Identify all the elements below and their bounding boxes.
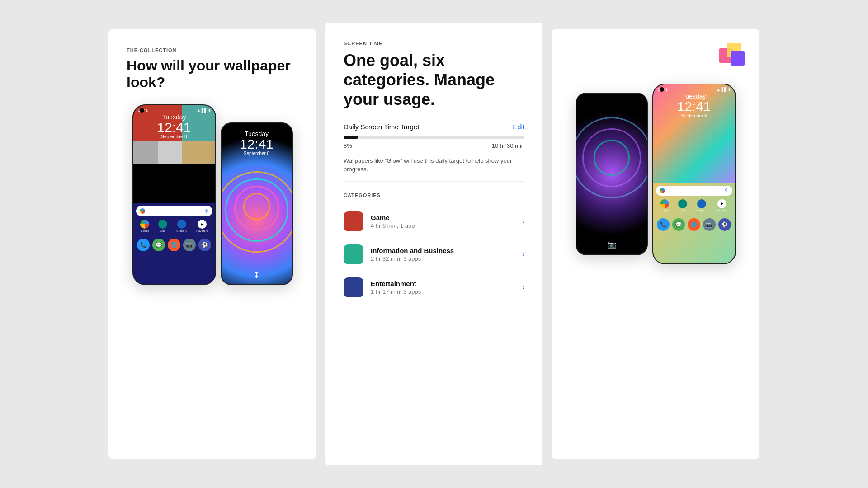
swirl-wallpaper-left: Tuesday 12:41 September 8 🎙 (222, 123, 292, 284)
daily-target-label: Daily Screen Time Target (344, 123, 419, 131)
info-icon (344, 244, 363, 264)
app-row-right: Google Duo Google A. ▶ (656, 199, 732, 212)
status-icons-left: ▲ ▌▌ ▮ (197, 108, 211, 113)
left-phone-screen: 12:41 ▲ ▌▌ ▮ (133, 105, 215, 284)
left-panel: THE COLLECTION How will your wallpaper l… (108, 29, 316, 459)
center-panel-title: One goal, six categories. Manage your us… (344, 51, 524, 109)
app-google: Google (140, 220, 149, 232)
mondrian-bottom-left (133, 141, 183, 164)
swirl-dark-ring-3 (594, 140, 630, 176)
game-text: Game 4 hr 6 min, 1 app (371, 214, 515, 229)
app-duo-right: Duo (678, 199, 687, 212)
signal-icon: ▌▌ (202, 108, 208, 113)
right-phone-dark: 📷 (576, 93, 648, 255)
home-bottom-left: 🎙 Google Duo (133, 203, 215, 284)
app-googlea-right: Google A. (696, 199, 707, 212)
info-name: Information and Business (371, 247, 515, 254)
dock-left: 📞 💬 🌐 📷 ⚽ (136, 239, 212, 251)
dock-chrome-right: 🌐 (688, 218, 700, 231)
game-detail: 4 hr 6 min, 1 app (371, 222, 515, 229)
mondrian-yellow (182, 141, 215, 164)
center-section-label: SCREEN TIME (344, 41, 524, 46)
progress-labels: 8% 10 hr 30 min (344, 142, 524, 149)
logo-area (719, 43, 746, 68)
mic-bottom-left: 🎙 (253, 272, 260, 280)
app-google-right: Google (660, 199, 669, 212)
entertainment-name: Entertainment (371, 280, 515, 287)
entertainment-icon (344, 277, 363, 297)
left-panel-title: How will your wallpaper look? (127, 57, 298, 91)
daily-target-row: Daily Screen Time Target Edit (344, 123, 524, 131)
playstore-icon-right: ▶ (717, 199, 726, 208)
info-chevron: › (522, 250, 524, 258)
duo-icon (158, 220, 167, 229)
right-panel: 📷 12:41 ▲ ▌▌ ▮ (552, 29, 760, 459)
app-row-left: Google Duo Google A. ▶ (136, 220, 212, 232)
mic-icon-left: 🎙 (204, 209, 209, 214)
category-info[interactable]: Information and Business 2 hr 32 min, 3 … (344, 238, 524, 271)
app-playstore: ▶ Play Store (196, 220, 208, 232)
punch-hole-left (140, 108, 144, 113)
google-icon (140, 220, 149, 229)
progress-left: 8% (344, 142, 352, 149)
googlea-icon-right (697, 199, 706, 208)
wifi-icon-right: ▲ (717, 87, 721, 92)
categories-label: CATEGORIES (344, 192, 524, 198)
swirl-ring-4 (243, 193, 270, 220)
left-phone-secondary: Tuesday 12:41 September 8 🎙 (221, 122, 293, 285)
dock-right: 📞 💬 🌐 📷 ⚽ (656, 218, 732, 231)
dock-ball: ⚽ (198, 239, 211, 251)
progress-track (344, 136, 524, 139)
right-phone-gradient: 12:41 ▲ ▌▌ ▮ Tuesday 12:41 September 8 (652, 84, 736, 264)
entertainment-detail: 1 hr 17 min, 3 apps (371, 288, 515, 295)
signal-icon-right: ▌▌ (722, 87, 727, 92)
camera-bottom-right: 📷 (607, 240, 616, 249)
dock-message-right: 💬 (672, 218, 685, 231)
mondrian-gray (133, 141, 158, 164)
logo-sq3 (731, 51, 745, 66)
entertainment-chevron: › (522, 283, 524, 291)
app-playstore-right: ▶ Play Store (716, 199, 727, 212)
status-bar-right: 12:41 ▲ ▌▌ ▮ (653, 84, 735, 94)
info-text: Information and Business 2 hr 32 min, 3 … (371, 247, 515, 262)
home-bottom-right: 🎙 Google Duo (653, 183, 735, 263)
main-container: THE COLLECTION How will your wallpaper l… (0, 0, 868, 488)
playstore-icon: ▶ (198, 220, 207, 229)
clock-overlay-secondary-left: Tuesday 12:41 September 8 (222, 130, 292, 156)
right-phone-dark-screen: 📷 (576, 94, 647, 254)
swirl-dark-wallpaper: 📷 (576, 94, 647, 254)
search-bar-right: 🎙 (656, 186, 732, 196)
clock-overlay-left: Tuesday 12:41 September 8 (133, 113, 215, 139)
app-googlea: Google A. (176, 220, 187, 232)
dock-ball-right: ⚽ (718, 218, 731, 231)
game-icon (344, 211, 363, 231)
screen-time-section: Daily Screen Time Target Edit 8% 10 hr 3… (344, 123, 524, 304)
google-g-right (660, 188, 665, 193)
dock-phone: 📞 (137, 239, 150, 251)
category-entertainment[interactable]: Entertainment 1 hr 17 min, 3 apps › (344, 271, 524, 304)
entertainment-text: Entertainment 1 hr 17 min, 3 apps (371, 280, 515, 295)
right-phones-row: 📷 12:41 ▲ ▌▌ ▮ (565, 84, 746, 264)
dock-camera-right: 📷 (703, 218, 716, 231)
dock-phone-right: 📞 (657, 218, 670, 231)
status-icons-right: ▲ ▌▌ ▮ (717, 87, 731, 92)
logo-squares (719, 43, 746, 68)
category-game[interactable]: Game 4 hr 6 min, 1 app › (344, 205, 524, 238)
mondrian-light-gray (158, 141, 182, 164)
left-phone-main: 12:41 ▲ ▌▌ ▮ (132, 104, 216, 285)
info-detail: 2 hr 32 min, 3 apps (371, 255, 515, 262)
battery-icon-right: ▮ (728, 87, 731, 92)
search-bar-left: 🎙 (136, 206, 212, 216)
dock-chrome: 🌐 (168, 239, 180, 251)
usage-description: Wallpapers like “Glow” will use this dai… (344, 156, 524, 182)
google-g-left (140, 208, 145, 214)
battery-icon: ▮ (208, 108, 211, 113)
edit-button[interactable]: Edit (513, 123, 524, 131)
game-name: Game (371, 214, 515, 221)
clock-overlay-right: Tuesday 12:41 September 8 (653, 93, 735, 118)
mondrian-wallpaper: Tuesday 12:41 September 8 (133, 105, 215, 204)
punch-hole-right (660, 87, 664, 92)
dock-message: 💬 (152, 239, 165, 251)
dock-camera: 📷 (183, 239, 196, 251)
left-phone-secondary-screen: Tuesday 12:41 September 8 🎙 (222, 123, 292, 284)
